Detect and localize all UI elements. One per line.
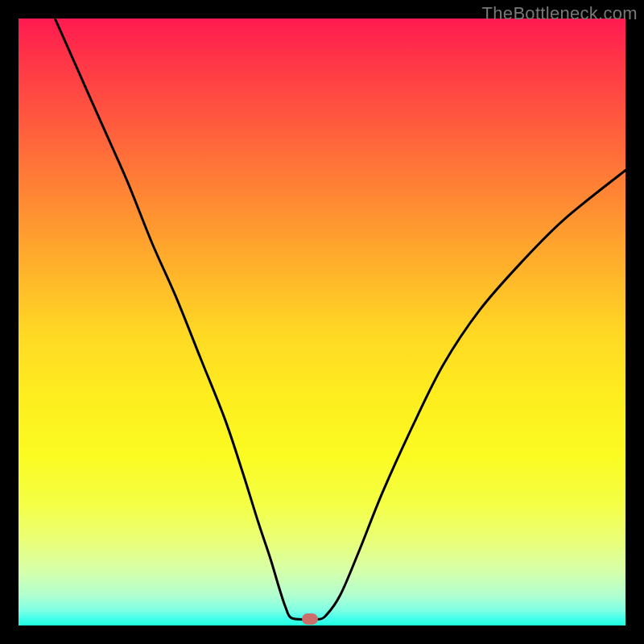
bottleneck-curve (19, 19, 625, 625)
minimum-marker (302, 613, 318, 625)
watermark-text: TheBottleneck.com (482, 3, 638, 24)
chart-frame (19, 19, 625, 625)
